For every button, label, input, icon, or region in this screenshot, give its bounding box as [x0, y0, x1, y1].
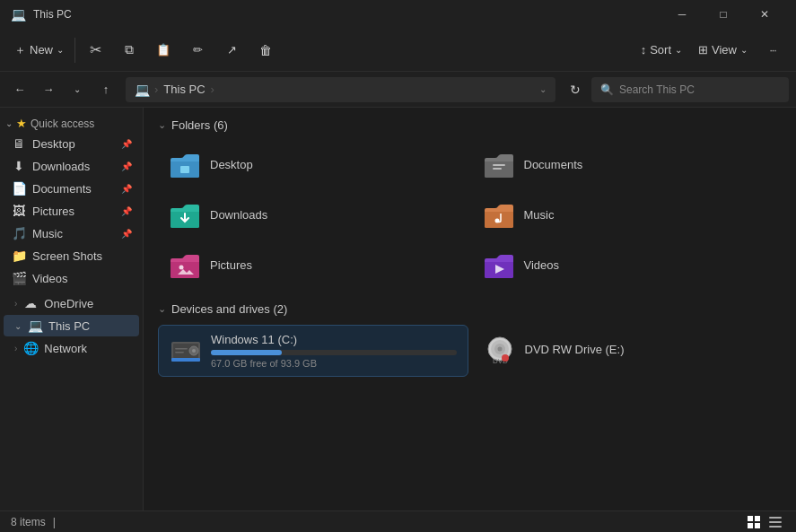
main-layout: ⌄ ★ Quick access 🖥 Desktop 📌 ⬇ Downloads… — [0, 108, 796, 510]
maximize-button[interactable]: □ — [703, 0, 744, 29]
folder-item-downloads[interactable]: Downloads — [158, 191, 468, 238]
drive-c-bar-wrap — [211, 350, 457, 355]
folder-item-music[interactable]: Music — [472, 191, 783, 238]
share-button[interactable]: ↗ — [215, 34, 248, 66]
pin-icon: 📌 — [121, 139, 132, 149]
details-view-button[interactable] — [765, 512, 785, 532]
toolbar-right: ↕ Sort ⌄ ⊞ View ⌄ ··· — [634, 34, 789, 66]
expand-thispc-icon: ⌄ — [14, 321, 22, 331]
folder-icon-videos — [483, 251, 515, 278]
sidebar-item-label: Videos — [32, 272, 132, 285]
network-icon: 🌐 — [22, 341, 39, 355]
address-bar[interactable]: 💻 › This PC › ⌄ — [126, 77, 555, 102]
folders-collapse-icon[interactable]: ⌄ — [158, 119, 166, 131]
sidebar-item-this-pc[interactable]: ⌄ 💻 This PC — [4, 315, 139, 336]
folder-item-documents[interactable]: Documents — [472, 141, 783, 188]
svg-rect-2 — [493, 168, 502, 170]
svg-point-9 — [192, 349, 196, 353]
app-icon: 💻 — [11, 7, 26, 22]
view-icon: ⊞ — [698, 43, 708, 57]
drive-item-c[interactable]: Windows 11 (C:) 67.0 GB free of 93.9 GB — [158, 325, 468, 377]
refresh-button[interactable]: ↻ — [563, 77, 588, 102]
paste-button[interactable]: 📋 — [147, 34, 179, 66]
svg-rect-25 — [769, 526, 782, 528]
close-button[interactable]: ✕ — [744, 0, 785, 29]
address-chevron-right: › — [211, 83, 214, 96]
sidebar-item-videos[interactable]: 🎬 Videos — [4, 267, 139, 289]
list-view-icon — [747, 515, 761, 529]
expand-icon: ⌄ — [74, 84, 81, 94]
forward-button[interactable]: → — [36, 77, 61, 102]
up-icon: ↑ — [103, 83, 109, 96]
drive-c-name: Windows 11 (C:) — [211, 333, 457, 346]
details-view-icon — [768, 515, 783, 529]
folder-icon-desktop — [169, 151, 201, 178]
folder-icon-videos-wrap — [483, 249, 515, 281]
sidebar-item-documents[interactable]: 📄 Documents 📌 — [4, 178, 139, 199]
content-area: ⌄ Folders (6) Desktop — [144, 108, 796, 510]
network-label: Network — [44, 342, 132, 355]
pin-icon: 📌 — [121, 184, 132, 194]
folder-icon-desktop-wrap — [169, 148, 201, 180]
minimize-button[interactable]: ─ — [661, 0, 703, 29]
drives-section-header: ⌄ Devices and drives (2) — [158, 302, 782, 316]
sidebar-item-label: Desktop — [32, 137, 116, 151]
folders-section-header: ⌄ Folders (6) — [158, 118, 782, 132]
sort-button[interactable]: ↕ Sort ⌄ — [634, 34, 689, 66]
address-pc-icon: 💻 — [135, 83, 149, 97]
folder-documents-label: Documents — [524, 158, 583, 171]
sidebar-item-onedrive[interactable]: › ☁ OneDrive — [4, 292, 139, 314]
drives-collapse-icon[interactable]: ⌄ — [158, 303, 166, 315]
status-bar: 8 items | — [0, 510, 796, 532]
sidebar-item-downloads[interactable]: ⬇ Downloads 📌 — [4, 155, 139, 177]
expand-network-icon: › — [14, 344, 17, 353]
copy-button[interactable]: ⧉ — [113, 34, 145, 66]
sidebar-item-label: Downloads — [32, 160, 116, 173]
svg-rect-24 — [769, 521, 782, 523]
hdd-icon — [170, 336, 202, 365]
svg-rect-1 — [493, 164, 505, 166]
sidebar-item-label: Music — [32, 227, 116, 240]
cut-button[interactable]: ✂ — [79, 34, 111, 66]
svg-point-3 — [494, 219, 499, 223]
folder-item-desktop[interactable]: Desktop — [158, 141, 468, 188]
search-bar[interactable]: 🔍 Search This PC — [591, 77, 789, 102]
address-chevron-left: › — [154, 83, 158, 96]
sidebar-item-music[interactable]: 🎵 Music 📌 — [4, 222, 139, 244]
folder-icon-downloads — [169, 201, 201, 228]
sidebar-item-desktop[interactable]: 🖥 Desktop 📌 — [4, 133, 139, 154]
back-button[interactable]: ← — [7, 77, 32, 102]
sidebar-item-pictures[interactable]: 🖼 Pictures 📌 — [4, 200, 139, 222]
drive-item-e[interactable]: DVD DVD RW Drive (E:) — [472, 325, 783, 377]
sidebar-item-network[interactable]: › 🌐 Network — [4, 337, 139, 359]
title-bar-controls: ─ □ ✕ — [661, 0, 785, 29]
delete-button[interactable]: 🗑 — [249, 34, 282, 66]
more-button[interactable]: ··· — [757, 34, 789, 66]
address-dropdown-icon[interactable]: ⌄ — [539, 84, 547, 94]
list-view-button[interactable] — [744, 512, 764, 532]
videos-icon: 🎬 — [11, 271, 27, 285]
folder-item-pictures[interactable]: Pictures — [158, 241, 468, 288]
folder-icon-pictures — [169, 251, 201, 278]
folder-desktop-label: Desktop — [210, 158, 253, 171]
folder-icon-documents-wrap — [483, 148, 515, 180]
status-left: 8 items | — [11, 516, 56, 528]
folder-music-label: Music — [524, 208, 555, 222]
sidebar-item-screenshots[interactable]: 📁 Screen Shots — [4, 245, 139, 266]
sidebar: ⌄ ★ Quick access 🖥 Desktop 📌 ⬇ Downloads… — [0, 108, 144, 510]
folder-icon-music — [483, 201, 515, 228]
new-button[interactable]: ＋ New ⌄ — [7, 39, 71, 62]
sidebar-group-quick-access[interactable]: ⌄ ★ Quick access — [0, 111, 143, 132]
pin-icon: 📌 — [121, 161, 132, 171]
folder-item-videos[interactable]: Videos — [472, 241, 783, 288]
folder-pictures-label: Pictures — [210, 258, 252, 272]
svg-rect-12 — [171, 358, 200, 362]
sidebar-item-label: Pictures — [32, 205, 116, 218]
view-button[interactable]: ⊞ View ⌄ — [691, 34, 755, 66]
up-button[interactable]: ↑ — [93, 77, 118, 102]
drive-e-name: DVD RW Drive (E:) — [525, 343, 771, 356]
search-placeholder: Search This PC — [619, 83, 695, 96]
expand-recent-button[interactable]: ⌄ — [65, 77, 90, 102]
rename-button[interactable]: ✏ — [181, 34, 214, 66]
drives-header-label: Devices and drives (2) — [171, 302, 287, 316]
